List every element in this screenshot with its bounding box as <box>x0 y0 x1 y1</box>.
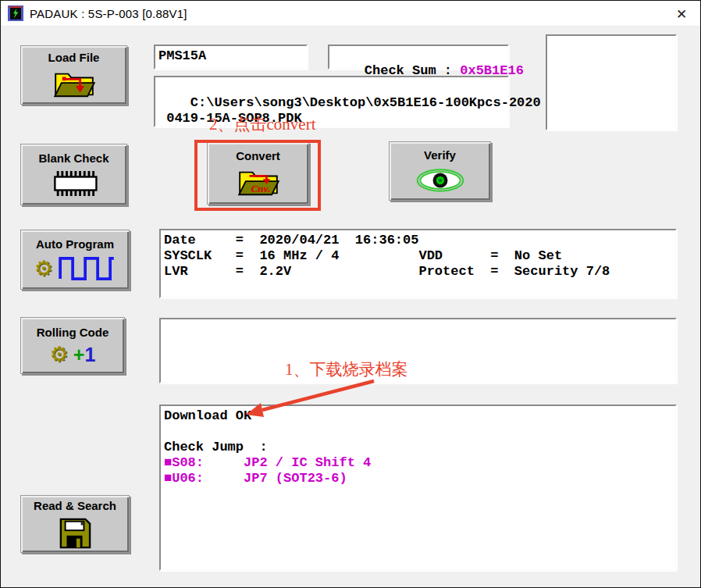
load-file-button[interactable]: Load File <box>20 45 127 105</box>
ic-chip-icon <box>49 169 99 198</box>
rolling-code-button[interactable]: Rolling Code ⚙ +1 <box>20 317 125 374</box>
gear-icon: ⚙ <box>34 258 53 279</box>
app-logo-icon <box>8 5 23 21</box>
blank-check-label: Blank Check <box>38 151 109 165</box>
convert-label: Convert <box>236 149 280 162</box>
verify-label: Verify <box>424 148 456 162</box>
jump-line-s08: ■S08: JP2 / IC Shift 4 <box>164 455 672 471</box>
rolling-code-label: Rolling Code <box>37 326 109 339</box>
load-file-label: Load File <box>48 51 100 64</box>
read-search-label: Read & Search <box>34 499 116 512</box>
annotation-step2: 2、点击convert <box>209 113 315 135</box>
progress-panel <box>159 318 677 383</box>
output-log-panel: Download OK Check Jump : ■S08: JP2 / IC … <box>159 404 677 571</box>
annotation-step1: 1、下载烧录档案 <box>285 358 408 380</box>
floppy-disk-icon <box>58 517 92 550</box>
verify-button[interactable]: Verify <box>389 141 491 201</box>
open-folder-icon <box>52 69 96 100</box>
window-title: PADAUK : 5S-P-003 [0.88V1] <box>30 7 187 20</box>
close-icon[interactable]: ✕ <box>672 5 691 23</box>
jump-line-u06: ■U06: JP7 (SOT23-6) <box>164 471 672 486</box>
preview-box <box>546 34 677 130</box>
auto-program-label: Auto Program <box>36 237 114 251</box>
auto-program-button[interactable]: Auto Program ⚙ <box>20 230 130 290</box>
checksum-field: Check Sum : 0x5B1E16 <box>328 45 509 69</box>
part-number-value: PMS15A <box>158 48 206 63</box>
file-path-field[interactable]: C:\Users\song3\Desktop\0x5B1E16-100Kpcs-… <box>154 76 509 127</box>
part-number-field[interactable]: PMS15A <box>154 45 308 69</box>
svg-text:Cnv.: Cnv. <box>251 183 270 194</box>
convert-folder-icon: Cnv. <box>237 167 280 198</box>
blank-check-button[interactable]: Blank Check <box>20 144 127 205</box>
app-window: PADAUK : 5S-P-003 [0.88V1] ✕ Load File B… <box>0 0 701 588</box>
settings-info-panel: Date = 2020/04/21 16:36:05 SYSCLK = 16 M… <box>159 229 677 298</box>
read-search-button[interactable]: Read & Search <box>20 495 130 553</box>
settings-info-text: Date = 2020/04/21 16:36:05 SYSCLK = 16 M… <box>161 230 675 282</box>
download-status: Download OK <box>164 408 672 424</box>
title-bar: PADAUK : 5S-P-003 [0.88V1] ✕ <box>1 1 700 27</box>
plus-one-icon: +1 <box>73 344 96 366</box>
check-jump-label: Check Jump : <box>164 440 672 455</box>
verify-eye-icon <box>415 166 465 194</box>
gear-icon: ⚙ <box>50 344 69 365</box>
convert-button[interactable]: Convert Cnv. <box>207 142 309 205</box>
square-wave-icon <box>58 255 116 283</box>
output-blank-line <box>164 424 672 440</box>
